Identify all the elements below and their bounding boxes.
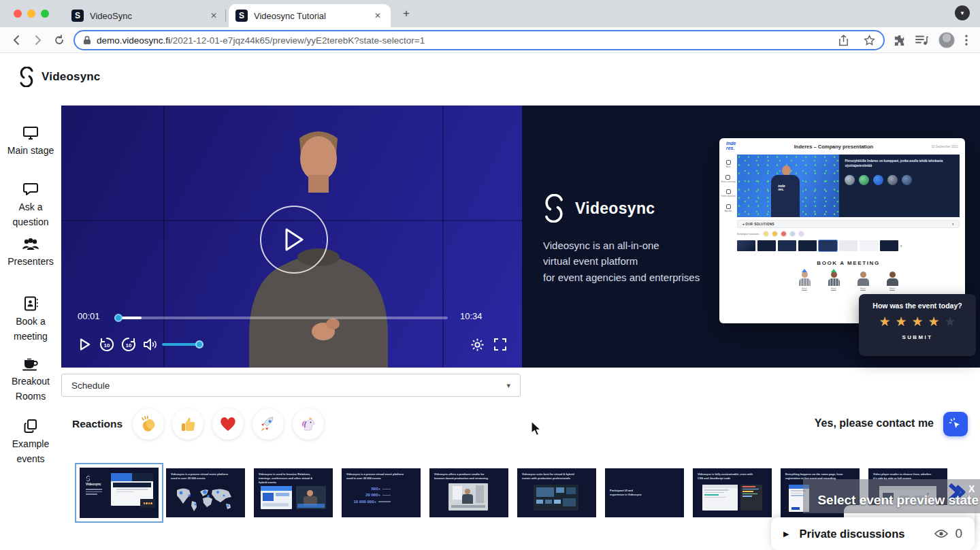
contact-me-button[interactable] — [943, 412, 968, 436]
tab-title: Videosync Tutorial — [254, 11, 372, 21]
sidebar-label: Ask a question — [2, 200, 59, 229]
sidebar-label: Breakout Rooms — [2, 374, 59, 404]
star-icon[interactable]: ★ — [928, 315, 940, 328]
clap-icon — [140, 415, 157, 433]
tab-close-icon[interactable]: ✕ — [208, 10, 220, 22]
url-bar[interactable]: demo.videosync.fi/2021-12-01-e7jqz44k65/… — [74, 30, 885, 50]
fullscreen-button[interactable] — [491, 336, 509, 353]
tab-title: VideoSync — [90, 11, 208, 21]
window-close-button[interactable] — [14, 10, 22, 18]
rewind-10-button[interactable]: 10 — [98, 336, 116, 353]
forward-button[interactable] — [30, 33, 45, 48]
schedule-label: Schedule — [71, 381, 506, 391]
reaction-rocket-button[interactable] — [252, 408, 284, 440]
sidebar-item-example-events[interactable]: Example events — [0, 419, 61, 466]
monitor-icon — [22, 126, 39, 140]
private-discussions-panel[interactable]: ▶ Private discussions 0 — [771, 517, 975, 550]
mini-solutions-bar: ◂ OUR SOLUTIONS▾ — [737, 220, 960, 228]
videosync-logo[interactable]: Videosync — [18, 67, 101, 87]
reload-button[interactable] — [52, 33, 67, 48]
video-player[interactable]: 00:01 10:34 10 10 — [61, 106, 522, 368]
window-zoom-button[interactable] — [41, 10, 49, 18]
menu-dots-icon[interactable] — [964, 34, 968, 46]
volume-slider[interactable] — [162, 343, 200, 346]
inderes-logo: inderes. — [726, 142, 736, 150]
tab-search-button[interactable]: ▼ — [955, 5, 970, 20]
slide-thumbnail-5[interactable]: Videosync offers a producer studio for b… — [429, 468, 508, 517]
tab-videosync[interactable]: S VideoSync ✕ — [65, 4, 227, 27]
new-tab-button[interactable]: + — [399, 5, 414, 22]
star-icon-empty[interactable]: ★ — [945, 315, 956, 328]
sidebar-item-book-meeting[interactable]: Book a meeting — [0, 296, 61, 344]
sidebar-label: Presenters — [2, 255, 59, 270]
expand-triangle-icon[interactable]: ▶ — [783, 530, 789, 538]
reaction-heart-button[interactable] — [212, 408, 244, 440]
chevron-down-icon: ▾ — [506, 381, 510, 390]
screen: S VideoSync ✕ S Videosync Tutorial ✕ + ▼… — [0, 0, 980, 550]
reaction-clap-button[interactable] — [133, 408, 164, 440]
media-queue-icon[interactable] — [915, 35, 929, 46]
slide-thumbnail-2[interactable]: Videosync is a proven virtual event plat… — [166, 468, 245, 517]
forward-10-button[interactable]: 10 — [120, 336, 137, 353]
slide-thumbnail-4[interactable]: Videosync is a proven virtual event plat… — [342, 468, 421, 517]
schedule-dropdown[interactable]: Schedule ▾ — [61, 374, 521, 397]
profile-avatar[interactable] — [938, 32, 955, 48]
slide-thumbnail-6[interactable]: Videosync suits best for virtual & hybri… — [517, 468, 596, 517]
bookmark-star-icon[interactable] — [864, 35, 875, 46]
mini-sidebar: Main Book a meeting Send a question Agen… — [719, 155, 737, 290]
reaction-thumbs-up-button[interactable] — [172, 408, 203, 440]
sidebar-item-breakout-rooms[interactable]: Breakout Rooms — [0, 357, 61, 404]
duration: 10:34 — [460, 311, 483, 321]
url-domain: demo.videosync.fi — [97, 35, 170, 46]
volume-knob[interactable] — [195, 340, 203, 349]
main-stage: 00:01 10:34 10 10 — [61, 106, 980, 368]
mini-thumbnail-strip: › — [737, 240, 960, 251]
coffee-cup-icon — [22, 357, 39, 371]
tab-videosync-tutorial[interactable]: S Videosync Tutorial ✕ — [229, 4, 391, 27]
videosync-s-icon — [18, 67, 35, 87]
sidebar-label: Book a meeting — [2, 314, 59, 344]
progress-bar[interactable] — [114, 317, 448, 319]
tab-strip: S VideoSync ✕ S Videosync Tutorial ✕ + ▼ — [0, 0, 980, 27]
progress-scrubber[interactable] — [114, 314, 122, 322]
star-icon[interactable]: ★ — [895, 315, 906, 328]
back-button[interactable] — [10, 33, 24, 48]
star-icon[interactable]: ★ — [911, 315, 923, 328]
reaction-unicorn-button[interactable] — [293, 408, 324, 440]
mini-reactions: Send your reactions — [737, 231, 960, 237]
star-icon[interactable]: ★ — [879, 315, 890, 328]
share-icon[interactable] — [838, 35, 849, 46]
url-text: demo.videosync.fi/2021-12-01-e7jqz44k65/… — [97, 35, 838, 46]
heart-icon — [219, 416, 237, 432]
slide-thumbnail-selected[interactable]: Videosync — [75, 463, 163, 523]
slide-thumbnail-8[interactable]: Videosync is fully customisable, even wi… — [693, 468, 772, 517]
sidebar-item-main-stage[interactable]: Main stage — [0, 126, 61, 159]
extensions-puzzle-icon[interactable] — [894, 34, 906, 46]
viewer-count: 0 — [955, 526, 962, 541]
play-overlay-button[interactable] — [260, 206, 328, 274]
videosync-s-icon-white — [542, 194, 566, 223]
speech-bubble-icon — [22, 182, 39, 197]
sidebar-label: Example events — [2, 437, 59, 466]
copy-pages-icon — [23, 419, 38, 434]
slide-thumbnail-1: Videosync — [80, 468, 159, 518]
event-date: 15 September 2021 — [931, 145, 958, 148]
rating-submit-button[interactable]: SUBMIT — [902, 334, 932, 340]
slide-thumbnail-7[interactable]: Participant UI and experience in Videosy… — [605, 468, 684, 517]
sidebar-item-presenters[interactable]: Presenters — [0, 238, 61, 270]
world-map-graphic — [173, 486, 238, 513]
reactions-label: Reactions — [72, 418, 122, 430]
brand-tagline: Videosync is an all-in-one virtual event… — [543, 238, 746, 285]
mini-slide: Pörssiyhtiöille Inderes on kumppani, jon… — [839, 155, 960, 217]
svg-text:10: 10 — [126, 342, 132, 349]
preview-state-title: Select event preview state — [817, 493, 979, 508]
settings-button[interactable] — [468, 336, 486, 353]
private-discussions-title: Private discussions — [799, 528, 934, 540]
sidebar-item-ask-question[interactable]: Ask a question — [0, 182, 61, 229]
tab-close-icon[interactable]: ✕ — [372, 10, 384, 22]
slide-thumbnail-3[interactable]: Videosync is used in Investor Relations,… — [254, 468, 333, 517]
play-button[interactable] — [76, 336, 94, 353]
brand-title: Videosync — [575, 199, 655, 218]
window-minimize-button[interactable] — [27, 10, 35, 18]
volume-button[interactable] — [142, 336, 159, 353]
